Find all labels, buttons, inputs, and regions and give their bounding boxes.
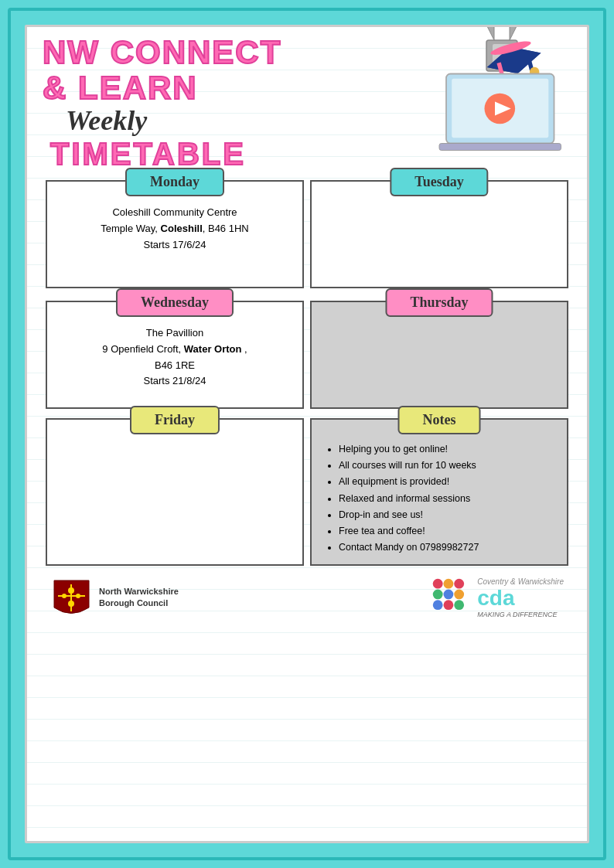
svg-point-18 (433, 578, 443, 588)
main-content: NW CONNECT & LEARN Weekly TIMETABLE (27, 27, 587, 627)
svg-point-20 (455, 578, 465, 588)
cda-tagline: MAKING A DIFFERENCE (477, 611, 564, 618)
svg-rect-13 (439, 144, 561, 151)
title-weekly: Weekly (66, 106, 147, 137)
svg-point-17 (76, 594, 80, 598)
note-item-1: Helping you to get online! (339, 441, 559, 458)
laptop-icon (432, 35, 571, 151)
title-timetable: TIMETABLE (50, 137, 432, 171)
title-line2: & LEARN (43, 70, 432, 106)
friday-label: Friday (130, 406, 220, 434)
cda-dots-icon (431, 577, 473, 619)
svg-point-15 (68, 601, 74, 607)
note-item-5: Drop-in and see us! (339, 507, 559, 523)
svg-point-25 (444, 600, 454, 610)
header-area: NW CONNECT & LEARN Weekly TIMETABLE (43, 35, 571, 171)
note-item-4: Relaxed and informal sessions (339, 491, 559, 507)
svg-point-24 (433, 600, 443, 610)
notes-list: Helping you to get online! All courses w… (327, 441, 559, 557)
note-item-6: Free tea and coffee! (339, 523, 559, 540)
note-item-3: All equipment is provided! (339, 474, 559, 490)
cda-text-block: Coventry & Warwickshire cda MAKING A DIF… (477, 577, 564, 618)
bottom-grid: Friday Notes Helping you to get online! … (43, 415, 571, 569)
council-type: Borough Council (99, 597, 179, 609)
days-grid-row2: Wednesday The Pavillion 9 Openfield Crof… (43, 298, 571, 412)
wednesday-line3: B46 1RE (55, 358, 295, 374)
wednesday-line4: Starts 21/8/24 (55, 373, 295, 390)
svg-point-26 (455, 600, 465, 610)
title-block: NW CONNECT & LEARN Weekly TIMETABLE (43, 35, 432, 171)
wednesday-line2: 9 Openfield Croft, Water Orton , (55, 342, 295, 358)
note-item-7: Contact Mandy on 07989982727 (339, 540, 559, 556)
cda-county: Coventry & (477, 577, 515, 586)
wednesday-label: Wednesday (116, 288, 234, 317)
monday-line1: Coleshill Community Centre (55, 205, 295, 221)
wednesday-cell: Wednesday The Pavillion 9 Openfield Crof… (46, 301, 304, 409)
footer-left: North Warwickshire Borough Council (50, 577, 179, 619)
monday-cell: Monday Coleshill Community Centre Temple… (46, 180, 304, 288)
friday-cell: Friday (46, 418, 304, 566)
council-name: North Warwickshire (99, 586, 179, 597)
notes-section: Notes Helping you to get online! All cou… (310, 418, 568, 566)
svg-point-23 (455, 589, 465, 599)
svg-point-14 (68, 587, 74, 594)
note-item-2: All courses will run for 10 weeks (339, 458, 559, 474)
svg-point-16 (62, 594, 67, 598)
monday-line2: Temple Way, Coleshill, B46 1HN (55, 221, 295, 237)
footer: North Warwickshire Borough Council (43, 572, 571, 619)
council-logo-icon (50, 577, 93, 619)
thursday-label: Thursday (385, 288, 493, 317)
monday-line3: Starts 17/6/24 (55, 237, 295, 254)
outer-border: NW CONNECT & LEARN Weekly TIMETABLE (8, 8, 606, 860)
title-line1: NW CONNECT (43, 35, 432, 70)
tuesday-cell: Tuesday (310, 180, 568, 288)
notes-content: Helping you to get online! All courses w… (312, 420, 567, 564)
svg-point-19 (444, 578, 454, 588)
days-grid-row1: Monday Coleshill Community Centre Temple… (43, 177, 571, 291)
tuesday-label: Tuesday (390, 168, 488, 196)
cda-warkshire: Warwickshire (518, 577, 564, 586)
cda-name: cda (477, 586, 564, 611)
notes-label: Notes (398, 406, 481, 434)
svg-point-22 (444, 589, 454, 599)
council-name-block: North Warwickshire Borough Council (99, 586, 179, 610)
inner-page: NW CONNECT & LEARN Weekly TIMETABLE (25, 25, 589, 843)
svg-point-21 (433, 589, 443, 599)
cda-logo: Coventry & Warwickshire cda MAKING A DIF… (431, 577, 564, 619)
wednesday-line1: The Pavillion (55, 325, 295, 342)
monday-label: Monday (125, 168, 224, 196)
thursday-cell: Thursday (310, 301, 568, 409)
